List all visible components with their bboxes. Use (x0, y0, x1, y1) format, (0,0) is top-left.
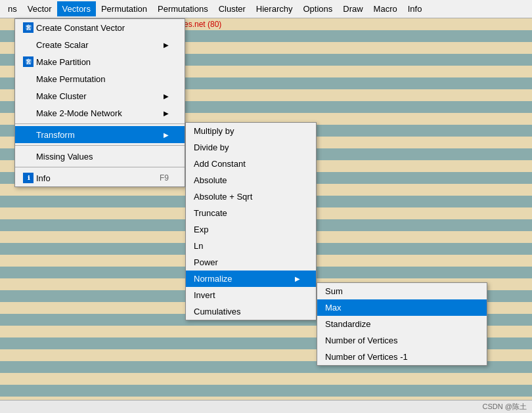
menu-item-power[interactable]: Power (186, 254, 316, 271)
menu-item-ln[interactable]: Ln (186, 238, 316, 254)
menubar-item-options[interactable]: Options (298, 1, 338, 16)
transform-icon (23, 129, 33, 140)
menu-item-make-2mode[interactable]: Make 2-Mode Network ▶ (15, 104, 185, 121)
menu-item-cumulatives[interactable]: Cumulatives (186, 303, 316, 320)
menu-item-invert[interactable]: Invert (186, 287, 316, 303)
separator-1 (15, 123, 185, 124)
menu-item-divide-by[interactable]: Divide by (186, 139, 316, 156)
make-2mode-icon (23, 108, 33, 118)
menu-item-exp[interactable]: Exp (186, 221, 316, 238)
transform-dropdown: Multiply by Divide by Add Constant Absol… (185, 122, 317, 320)
normalize-arrow: ▶ (295, 275, 300, 282)
menu-item-number-of-vertices[interactable]: Number of Vertices (317, 332, 487, 349)
make-2mode-arrow: ▶ (164, 110, 169, 117)
make-cluster-icon (23, 91, 33, 101)
separator-3 (15, 167, 185, 167)
menu-item-number-of-vertices-minus1[interactable]: Number of Vertices -1 (317, 349, 487, 365)
menubar-item-draw[interactable]: Draw (338, 1, 368, 16)
menubar-item-info[interactable]: Info (403, 1, 428, 16)
menu-item-max[interactable]: Max (317, 299, 487, 316)
transform-arrow: ▶ (164, 131, 169, 139)
menubar-item-permutations[interactable]: Permutations (152, 1, 213, 16)
menubar-item-macro[interactable]: Macro (368, 1, 403, 16)
url-bar: es.net (80) (184, 20, 221, 29)
separator-2 (15, 145, 185, 146)
normalize-dropdown: Sum Max Standardize Number of Vertices N… (317, 282, 487, 366)
menu-item-make-cluster[interactable]: Make Cluster ▶ (15, 87, 185, 104)
statusbar: CSDN @陈土 (0, 400, 532, 413)
create-scalar-icon (23, 39, 33, 50)
menu-item-info[interactable]: ℹ Info F9 (15, 169, 185, 186)
statusbar-text: CSDN @陈土 (483, 402, 527, 412)
menu-item-create-scalar[interactable]: Create Scalar ▶ (15, 36, 185, 53)
menu-item-missing-values[interactable]: Missing Values (15, 148, 185, 165)
missing-values-icon (23, 151, 33, 162)
vectors-dropdown: 套 Create Constant Vector Create Scalar ▶… (14, 18, 185, 187)
menu-item-absolute-sqrt[interactable]: Absolute + Sqrt (186, 188, 316, 205)
menu-item-sum[interactable]: Sum (317, 283, 487, 299)
make-partition-icon: 套 (23, 56, 33, 67)
menu-item-standardize[interactable]: Standardize (317, 316, 487, 332)
menu-item-add-constant[interactable]: Add Constant (186, 156, 316, 172)
menu-item-create-constant-vector[interactable]: 套 Create Constant Vector (15, 19, 185, 36)
menubar-item-vector[interactable]: Vector (22, 1, 57, 16)
menu-item-transform[interactable]: Transform ▶ (15, 126, 185, 143)
menubar-item-ns[interactable]: ns (3, 1, 22, 16)
menu-item-make-permutation[interactable]: Make Permutation (15, 70, 185, 87)
menu-item-normalize[interactable]: Normalize ▶ (186, 271, 316, 287)
menu-item-absolute[interactable]: Absolute (186, 172, 316, 188)
menu-item-make-partition[interactable]: 套 Make Partition (15, 53, 185, 70)
menu-item-truncate[interactable]: Truncate (186, 205, 316, 221)
menubar-item-vectors[interactable]: Vectors (57, 1, 96, 16)
menubar-item-cluster[interactable]: Cluster (213, 1, 251, 16)
info-icon: ℹ (23, 173, 33, 183)
make-permutation-icon (23, 74, 33, 84)
menubar-item-hierarchy[interactable]: Hierarchy (251, 1, 298, 16)
menubar-item-permutation[interactable]: Permutation (96, 1, 152, 16)
create-constant-vector-icon: 套 (23, 22, 33, 33)
make-cluster-arrow: ▶ (164, 93, 169, 100)
menubar: ns Vector Vectors Permutation Permutatio… (0, 0, 532, 18)
menu-item-multiply-by[interactable]: Multiply by (186, 123, 316, 139)
create-scalar-arrow: ▶ (164, 41, 169, 49)
